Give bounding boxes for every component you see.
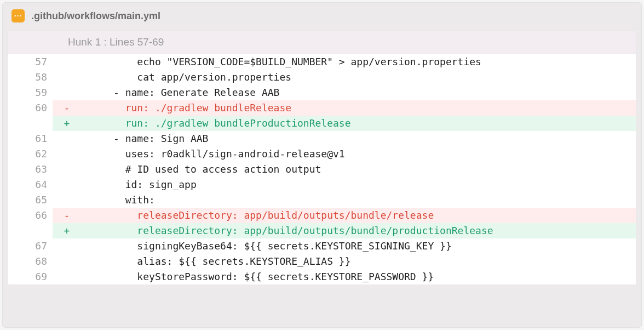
diff-marker: - <box>56 208 78 223</box>
line-number: 62 <box>8 146 53 162</box>
code-content: - name: Sign AAB <box>78 131 636 146</box>
diff-line[interactable]: 61 - name: Sign AAB <box>8 131 636 146</box>
code-content: with: <box>78 192 636 208</box>
diff-marker: - <box>56 100 78 116</box>
diff-marker <box>56 177 78 192</box>
code-content: run: ./gradlew bundleRelease <box>78 100 636 116</box>
diff-line[interactable]: 69 keyStorePassword: ${{ secrets.KEYSTOR… <box>8 269 636 285</box>
diff-line[interactable]: 59 - name: Generate Release AAB <box>8 85 636 100</box>
diff-line-removed[interactable]: 66- releaseDirectory: app/build/outputs/… <box>8 208 636 223</box>
diff-marker <box>56 192 78 208</box>
line-number: 66 <box>8 208 53 223</box>
line-number: 65 <box>8 192 53 208</box>
diff-marker: + <box>56 116 78 131</box>
code-content: run: ./gradlew bundleProductionRelease <box>78 116 636 131</box>
diff-marker <box>56 238 78 254</box>
diff-line[interactable]: 57 echo "VERSION_CODE=$BUILD_NUMBER" > a… <box>8 54 636 70</box>
code-content: cat app/version.properties <box>78 70 636 85</box>
line-number: 58 <box>8 70 53 85</box>
hunk-header[interactable]: Hunk 1 : Lines 57-69 <box>8 31 636 54</box>
diff-marker <box>56 162 78 177</box>
diff-marker <box>56 254 78 269</box>
diff-line-added[interactable]: + run: ./gradlew bundleProductionRelease <box>8 116 636 131</box>
diff-line[interactable]: 58 cat app/version.properties <box>8 70 636 85</box>
diff-line[interactable]: 65 with: <box>8 192 636 208</box>
line-number: 67 <box>8 238 53 254</box>
code-lines: 57 echo "VERSION_CODE=$BUILD_NUMBER" > a… <box>8 54 636 285</box>
code-content: - name: Generate Release AAB <box>78 85 636 100</box>
diff-line-added[interactable]: + releaseDirectory: app/build/outputs/bu… <box>8 223 636 238</box>
ellipsis-icon: ··· <box>14 12 22 20</box>
diff-marker <box>56 269 78 285</box>
line-number: 68 <box>8 254 53 269</box>
line-number: 59 <box>8 85 53 100</box>
line-number <box>8 223 53 238</box>
diff-line[interactable]: 67 signingKeyBase64: ${{ secrets.KEYSTOR… <box>8 238 636 254</box>
code-content: uses: r0adkll/sign-android-release@v1 <box>78 146 636 162</box>
diff-marker: + <box>56 223 78 238</box>
code-content: id: sign_app <box>78 177 636 192</box>
code-content: # ID used to access action output <box>78 162 636 177</box>
diff-line[interactable]: 68 alias: ${{ secrets.KEYSTORE_ALIAS }} <box>8 254 636 269</box>
diff-marker <box>56 131 78 146</box>
diff-line[interactable]: 63 # ID used to access action output <box>8 162 636 177</box>
diff-marker <box>56 146 78 162</box>
diff-marker <box>56 70 78 85</box>
line-number: 61 <box>8 131 53 146</box>
code-content: signingKeyBase64: ${{ secrets.KEYSTORE_S… <box>78 238 636 254</box>
line-number: 57 <box>8 54 53 70</box>
line-number: 60 <box>8 100 53 116</box>
diff-container: Hunk 1 : Lines 57-69 57 echo "VERSION_CO… <box>7 30 637 285</box>
code-content: releaseDirectory: app/build/outputs/bund… <box>78 223 636 238</box>
diff-line[interactable]: 64 id: sign_app <box>8 177 636 192</box>
file-type-icon: ··· <box>12 9 25 22</box>
hunk-label: Hunk 1 : Lines 57-69 <box>68 36 164 48</box>
diff-line[interactable]: 62 uses: r0adkll/sign-android-release@v1 <box>8 146 636 162</box>
diff-panel: ··· .github/workflows/main.yml Hunk 1 : … <box>2 2 642 328</box>
line-number: 63 <box>8 162 53 177</box>
line-number: 64 <box>8 177 53 192</box>
line-number <box>8 116 53 131</box>
diff-marker <box>56 54 78 70</box>
diff-line-removed[interactable]: 60- run: ./gradlew bundleRelease <box>8 100 636 116</box>
file-header[interactable]: ··· .github/workflows/main.yml <box>3 3 641 29</box>
diff-marker <box>56 85 78 100</box>
line-number: 69 <box>8 269 53 285</box>
code-content: keyStorePassword: ${{ secrets.KEYSTORE_P… <box>78 269 636 285</box>
file-path: .github/workflows/main.yml <box>31 10 160 22</box>
code-content: releaseDirectory: app/build/outputs/bund… <box>78 208 636 223</box>
code-content: alias: ${{ secrets.KEYSTORE_ALIAS }} <box>78 254 636 269</box>
code-content: echo "VERSION_CODE=$BUILD_NUMBER" > app/… <box>78 54 636 70</box>
